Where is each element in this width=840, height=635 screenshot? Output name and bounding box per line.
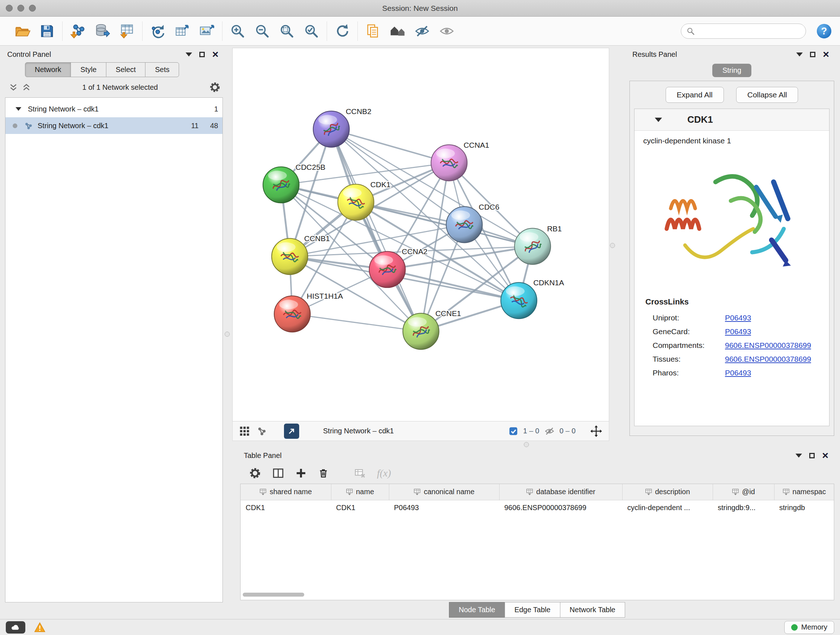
collapse-all-tree-icon[interactable] xyxy=(22,82,31,92)
help-button[interactable]: ? xyxy=(815,22,833,40)
close-window-icon[interactable] xyxy=(6,5,13,11)
float-panel-icon[interactable] xyxy=(809,453,815,458)
zoom-out-button[interactable] xyxy=(252,21,272,41)
warning-button[interactable] xyxy=(31,621,49,633)
crosslink-uniprot-link[interactable]: P06493 xyxy=(725,314,751,322)
open-session-button[interactable] xyxy=(12,21,33,41)
horizontal-splitter[interactable] xyxy=(227,441,840,448)
import-table-button[interactable] xyxy=(117,21,137,41)
network-node-CDC25B[interactable]: CDC25B xyxy=(263,163,325,203)
crosslink-tissues-link[interactable]: 9606.ENSP00000378699 xyxy=(725,355,811,363)
grid-view-icon[interactable] xyxy=(239,426,250,437)
floppy-disk-icon xyxy=(39,23,55,40)
close-panel-icon[interactable]: × xyxy=(822,452,829,459)
column-header[interactable]: database identifier xyxy=(499,484,622,500)
network-node-CCNB2[interactable]: CCNB2 xyxy=(313,107,371,147)
scrollbar-thumb[interactable] xyxy=(243,593,304,597)
network-canvas[interactable]: CCNB2CCNA1CDC25BCDK1CDC6RB1CCNB1CCNA2CDK… xyxy=(232,48,609,421)
zoom-in-button[interactable] xyxy=(227,21,248,41)
main-toolbar: ? xyxy=(0,17,840,46)
network-node-CCNA1[interactable]: CCNA1 xyxy=(431,141,489,181)
network-row[interactable]: String Network – cdk1 11 48 xyxy=(5,117,223,134)
table-row[interactable]: CDK1 CDK1 P06493 9606.ENSP00000378699 cy… xyxy=(240,500,834,515)
splitter-handle[interactable] xyxy=(524,442,529,447)
first-neighbors-button[interactable] xyxy=(148,21,168,41)
network-node-CCNB1[interactable]: CCNB1 xyxy=(272,234,330,274)
status-bar: Memory xyxy=(0,619,840,635)
zoom-window-icon[interactable] xyxy=(29,5,36,11)
network-node-HIST1H1A[interactable]: HIST1H1A xyxy=(274,292,343,332)
cloud-button[interactable] xyxy=(6,621,25,633)
expand-all-button[interactable]: Expand All xyxy=(666,87,724,103)
tab-sets[interactable]: Sets xyxy=(145,62,179,77)
edge-CCNA2-CDKN1A[interactable] xyxy=(387,269,519,301)
search-input[interactable] xyxy=(698,27,801,35)
annotations-button[interactable] xyxy=(363,21,383,41)
collapse-all-button[interactable]: Collapse All xyxy=(736,87,798,103)
show-columns-icon[interactable] xyxy=(272,467,284,479)
right-splitter-handle[interactable] xyxy=(610,243,615,248)
tab-network-table[interactable]: Network Table xyxy=(560,602,625,618)
import-network-file-button[interactable] xyxy=(68,21,88,41)
crosslink-genecard-link[interactable]: P06493 xyxy=(725,327,751,336)
delete-column-trash-icon[interactable] xyxy=(317,467,329,479)
edge-CCNE1-HIST1H1A[interactable] xyxy=(292,314,421,331)
tab-string[interactable]: String xyxy=(712,64,752,77)
collapse-section-icon[interactable] xyxy=(655,118,662,122)
network-overview-icon[interactable] xyxy=(256,426,267,437)
collapse-panel-icon[interactable] xyxy=(186,52,192,57)
left-splitter-handle[interactable] xyxy=(225,332,230,337)
float-panel-icon[interactable] xyxy=(199,52,205,57)
column-header[interactable]: shared name xyxy=(240,484,331,500)
column-header[interactable]: description xyxy=(622,484,713,500)
birdseye-view-button[interactable] xyxy=(387,21,408,41)
table-settings-gear-icon[interactable] xyxy=(249,467,261,479)
gear-icon[interactable] xyxy=(209,81,221,93)
column-header[interactable]: namespac xyxy=(774,484,834,500)
network-node-CDKN1A[interactable]: CDKN1A xyxy=(501,279,564,318)
column-sort-icon xyxy=(645,488,652,496)
tab-select[interactable]: Select xyxy=(106,62,146,77)
tab-style[interactable]: Style xyxy=(71,62,106,77)
detach-view-button[interactable] xyxy=(284,424,299,439)
float-panel-icon[interactable] xyxy=(810,52,815,57)
memory-label: Memory xyxy=(801,623,827,631)
cell-canonical-name: P06493 xyxy=(389,500,499,515)
network-collection-row[interactable]: String Network – cdk1 1 xyxy=(5,101,223,117)
zoom-selected-button[interactable] xyxy=(302,21,322,41)
import-network-database-button[interactable] xyxy=(92,21,112,41)
hide-graphics-details-button[interactable] xyxy=(412,21,432,41)
close-panel-icon[interactable]: × xyxy=(212,51,218,58)
edge-CCNB2-CCNE1[interactable] xyxy=(332,129,421,331)
network-node-RB1[interactable]: RB1 xyxy=(515,225,562,264)
crosslink-pharos-link[interactable]: P06493 xyxy=(725,369,751,377)
crosslink-compartments-link[interactable]: 9606.ENSP00000378699 xyxy=(725,341,811,350)
minimize-window-icon[interactable] xyxy=(17,5,24,11)
cell-shared-name: CDK1 xyxy=(240,500,331,515)
memory-button[interactable]: Memory xyxy=(784,621,834,634)
collapse-panel-icon[interactable] xyxy=(796,52,803,57)
save-session-button[interactable] xyxy=(37,21,57,41)
network-node-CDK1[interactable]: CDK1 xyxy=(338,180,391,220)
horizontal-scrollbar[interactable] xyxy=(243,593,832,599)
node-details-header[interactable]: CDK1 xyxy=(635,109,829,131)
table-toolbar: f(x) xyxy=(240,463,834,484)
expand-all-tree-icon[interactable] xyxy=(9,82,18,92)
collapse-panel-icon[interactable] xyxy=(796,454,802,458)
tab-node-table[interactable]: Node Table xyxy=(449,602,505,618)
tab-network[interactable]: Network xyxy=(25,62,71,77)
add-column-icon[interactable] xyxy=(295,467,307,479)
pan-crosshair-icon[interactable] xyxy=(590,425,602,437)
new-network-from-selection-button[interactable] xyxy=(172,21,193,41)
export-image-button[interactable] xyxy=(197,21,217,41)
close-panel-icon[interactable]: × xyxy=(823,51,829,58)
zoom-fit-button[interactable] xyxy=(277,21,297,41)
external-link-icon xyxy=(287,426,296,436)
column-header[interactable]: name xyxy=(331,484,389,500)
tree-expand-icon[interactable] xyxy=(16,107,21,111)
column-header[interactable]: @id xyxy=(713,484,774,500)
tab-edge-table[interactable]: Edge Table xyxy=(505,602,561,618)
apply-layout-button[interactable] xyxy=(332,21,352,41)
column-header[interactable]: canonical name xyxy=(389,484,499,500)
show-graphics-details-button[interactable] xyxy=(437,21,457,41)
